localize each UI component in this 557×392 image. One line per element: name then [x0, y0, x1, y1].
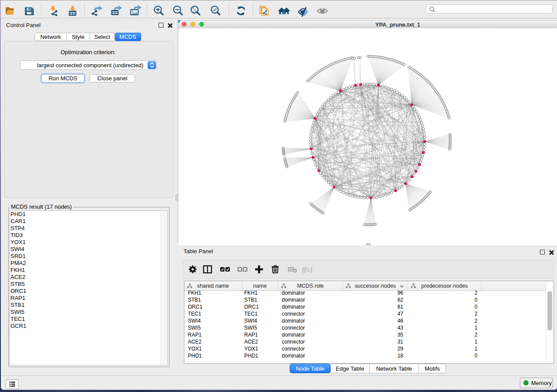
svg-text:f(x): f(x)	[302, 265, 312, 274]
